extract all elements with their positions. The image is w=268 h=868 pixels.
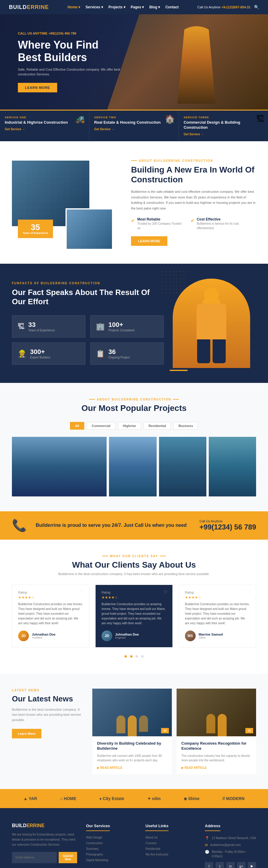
testimonials-description: Builderrine is the best construction com… — [12, 572, 256, 576]
feature-desc-2: Builderrine is famous for its cost effec… — [197, 221, 256, 230]
social-googleplus[interactable]: g+ — [237, 862, 245, 868]
dot-3[interactable] — [135, 655, 138, 658]
footer-address-col: Address 📍 13 Madison Street Newyork, USA… — [205, 823, 256, 868]
news-cta-button[interactable]: Learn More — [12, 729, 41, 738]
about-features: ✔ Most Reliable Trusted by 200 Company T… — [131, 217, 256, 230]
stats-left: FUNFACTS OF BUILDERRINE CONSTRUCTION Our… — [12, 282, 164, 365]
footer-hours-text: Monday - Friday (8.00am - 6:00pm) — [212, 849, 256, 859]
stat-icon-3: 👷 — [18, 349, 27, 358]
brand-logo[interactable]: BUILDERRINE — [9, 4, 49, 10]
partner-logo-1: ▲ YAR — [24, 796, 37, 801]
navbar-phone[interactable]: +9-(123)567-854.31 — [221, 5, 250, 9]
dot-4[interactable] — [141, 655, 143, 658]
news-title: Our Latest News — [12, 694, 83, 704]
project-image-3[interactable] — [159, 437, 206, 496]
news-link-1[interactable]: ▶ READ ARTICLE — [97, 766, 167, 769]
nav-services[interactable]: Services ▾ — [86, 5, 103, 9]
stat-num-4: 36 — [108, 348, 130, 356]
news-card-image-2: 30 — [176, 689, 256, 736]
stats-right — [173, 279, 256, 368]
projects-section: ABOUT BUILDERRINE CONSTRUCTION Our Most … — [0, 383, 268, 511]
footer-link-1[interactable]: About Us — [145, 836, 196, 839]
footer-top: BUILDERRINE We are looking for Extraordi… — [0, 808, 268, 868]
heart-icon-2[interactable]: ♡ — [164, 590, 168, 594]
footer-submit-button[interactable]: Submit Now — [59, 852, 77, 863]
brand-name-part1: BUILD — [9, 4, 27, 10]
nav-home[interactable]: Home ▾ — [68, 5, 80, 9]
tab-business[interactable]: Business — [173, 422, 198, 430]
partner-logo-6: // MODERN — [223, 796, 244, 801]
footer-service-5[interactable]: Digital Marketing — [86, 859, 137, 862]
project-image-1[interactable] — [12, 437, 107, 496]
footer-link-2[interactable]: Courses — [145, 841, 196, 845]
news-card-body-2: Company Receives Recognition for Excelle… — [176, 736, 256, 774]
about-years-badge: 35 Years of Experience — [18, 220, 53, 238]
social-facebook[interactable]: f — [205, 862, 213, 868]
news-link-2[interactable]: ▶ READ ARTICLE — [181, 766, 251, 769]
navbar-right: Call Us Anytime +9-(123)567-854.31 🔍 — [197, 5, 259, 9]
tab-highrise[interactable]: Highrise — [118, 422, 141, 430]
nav-pages[interactable]: Pages ▾ — [131, 5, 144, 9]
stat-card-3: 👷 300+ Expert Builders — [12, 342, 86, 365]
project-image-2[interactable] — [109, 437, 156, 496]
testimonial-rating-1: ★★★★☆ — [18, 595, 83, 599]
tab-residential[interactable]: Residential — [143, 422, 171, 430]
project-image-4[interactable] — [209, 437, 256, 496]
search-icon[interactable]: 🔍 — [254, 5, 259, 9]
footer-service-3[interactable]: Summary — [86, 847, 137, 850]
hero-title: Where You Find Best Builders — [18, 39, 137, 63]
nav-contact[interactable]: Contact — [165, 5, 179, 9]
footer-service-1[interactable]: Web Design — [86, 836, 137, 839]
cta-phone-icon: 📞 — [12, 519, 27, 532]
footer-address-email: ✉ builderrine@gmail.com — [205, 843, 256, 847]
service-link-2[interactable]: Get Service → — [94, 127, 174, 131]
stats-accent-line — [170, 370, 188, 371]
stat-num-2: 100+ — [108, 321, 134, 329]
footer-address-title: Address — [205, 824, 220, 831]
service-item-3: SERVICE THREE 🏗 Commercial Design & Buil… — [179, 111, 268, 141]
testimonial-author-3: MS Marrine Samuel Client — [185, 630, 250, 641]
service-icon-3: 🏗 — [256, 114, 264, 124]
service-link-1[interactable]: Get Service → — [5, 127, 84, 131]
footer-social: f t in g+ ▶ — [205, 862, 256, 868]
footer-email-input[interactable] — [12, 852, 57, 863]
nav-projects[interactable]: Projects ▾ — [108, 5, 125, 9]
about-title: Building A New Era In World Of Construct… — [131, 165, 256, 185]
author-role-2: Engineer — [115, 636, 139, 639]
footer-link-4[interactable]: We Are Instructor — [145, 853, 196, 856]
partner-logo-5: ◈ Shine — [184, 796, 200, 801]
social-linkedin[interactable]: in — [226, 862, 235, 868]
testimonial-text-3: Builderrine Construction provides us new… — [185, 602, 250, 626]
social-youtube[interactable]: ▶ — [248, 862, 256, 868]
about-cta-button[interactable]: Learn More — [131, 236, 167, 246]
dot-1[interactable] — [125, 655, 127, 658]
service-item-1: SERVICE ONE 🚜 Industrial & Highrise Cons… — [0, 111, 89, 141]
social-twitter[interactable]: t — [215, 862, 224, 868]
author-name-3: Marrine Samuel — [199, 632, 223, 636]
service-link-3[interactable]: Get Service → — [184, 133, 263, 136]
tab-commercial[interactable]: Commercial — [87, 422, 115, 430]
footer-service-2[interactable]: Construction — [86, 841, 137, 845]
footer-link-3[interactable]: Residential — [145, 847, 196, 850]
testimonial-text-1: Builderrine Construction provides us new… — [18, 602, 83, 626]
dot-2[interactable] — [130, 655, 133, 658]
news-label: LATEST NEWS — [12, 689, 83, 692]
footer-logo: BUILDERRINE — [12, 823, 77, 828]
nav-blog[interactable]: Blog ▾ — [149, 5, 160, 9]
heart-icon-1[interactable]: ♡ — [80, 590, 84, 594]
stat-card-4: 📋 36 Ongoing Project — [90, 342, 164, 365]
heart-icon-3[interactable]: ♡ — [247, 590, 251, 594]
stat-card-1: 🏗 33 Years of Experience — [12, 315, 86, 338]
cta-phone-number[interactable]: +99(1234) 56 789 — [200, 523, 256, 531]
stat-label-1: Years of Experience — [28, 329, 55, 332]
stat-icon-2: 🏢 — [96, 322, 105, 331]
service-icon-1: 🚜 — [75, 114, 86, 124]
about-subtitle: ABOUT BUILDERRINE CONSTRUCTION — [131, 159, 256, 162]
tab-all[interactable]: All — [70, 422, 84, 430]
news-badge-2: 30 — [245, 728, 253, 733]
footer-email-text[interactable]: builderrine@gmail.com — [210, 843, 241, 847]
navbar: BUILDERRINE Home ▾ Services ▾ Projects ▾… — [0, 0, 268, 14]
hero-cta-button[interactable]: Learn More — [18, 83, 57, 92]
footer-service-4[interactable]: Photography — [86, 853, 137, 856]
service-title-3: Commercial Design & Building Constructio… — [184, 120, 263, 130]
